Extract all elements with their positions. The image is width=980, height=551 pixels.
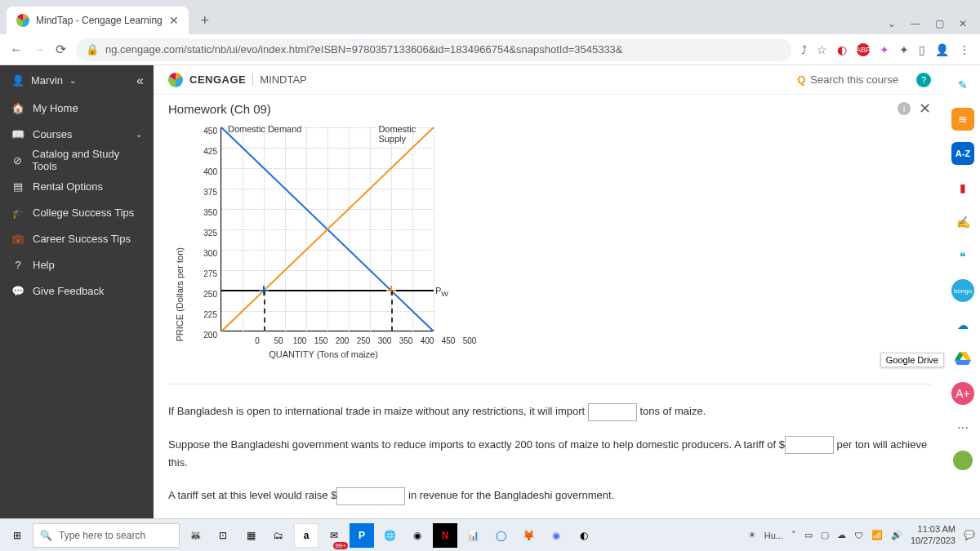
star-icon[interactable]: ☆ — [817, 43, 827, 56]
close-panel-icon[interactable]: ✕ — [919, 100, 931, 118]
task-view-icon[interactable]: ⊡ — [211, 523, 235, 548]
q3-input[interactable] — [336, 487, 405, 505]
home-icon: 🏠 — [11, 102, 24, 114]
discord-icon[interactable]: ◉ — [544, 523, 568, 548]
user-icon: 👤 — [11, 74, 24, 87]
favicon-icon — [16, 14, 29, 27]
browser-tab[interactable]: MindTap - Cengage Learning ✕ — [7, 7, 189, 34]
google-drive-icon[interactable] — [951, 348, 974, 371]
user-name: Marvin — [31, 74, 63, 87]
sidebar-item-career[interactable]: 💼Career Success Tips — [0, 225, 154, 251]
product-name: MINDTAP — [252, 73, 307, 86]
weather-icon[interactable]: ☀ — [748, 530, 756, 540]
collapse-sidebar-icon[interactable]: « — [136, 73, 144, 88]
ext1-icon[interactable]: ✦ — [880, 43, 889, 56]
q2-input[interactable] — [785, 436, 834, 454]
sidebar-item-rental[interactable]: ▤Rental Options — [0, 173, 154, 199]
mail-icon[interactable]: ✉99+ — [322, 523, 346, 548]
explorer-icon[interactable]: 🗂 — [266, 523, 291, 548]
search-course[interactable]: Q Search this course — [797, 73, 898, 86]
security-icon[interactable]: 🛡 — [854, 531, 863, 540]
taskbar-search[interactable]: 🔍 Type here to search — [33, 523, 180, 548]
grad-cap-icon: 🎓 — [11, 207, 24, 219]
ebook-icon[interactable]: ▮ — [951, 176, 974, 199]
close-window-icon[interactable]: ✕ — [959, 18, 967, 29]
q2-text: Suppose the Bangladeshi government wants… — [168, 438, 776, 451]
tray-chevron-icon[interactable]: ˄ — [791, 530, 796, 540]
volume-icon[interactable]: 🔊 — [891, 530, 902, 540]
amazon-icon[interactable]: a — [294, 523, 318, 548]
help-circle-icon[interactable]: ? — [916, 73, 931, 87]
x-axis-label: QUANTITY (Tons of maize) — [217, 349, 430, 359]
catalog-icon: ⊘ — [11, 154, 24, 167]
accessibility-icon[interactable] — [953, 451, 973, 470]
y-axis-label: PRICE (Dollars per ton) — [175, 247, 185, 342]
reload-icon[interactable]: ⟳ — [56, 42, 66, 57]
cite-icon[interactable]: ❝ — [951, 245, 974, 268]
rss-icon[interactable]: ≋ — [951, 108, 974, 131]
notifications-icon[interactable]: 💬 — [964, 530, 975, 540]
more-icon[interactable]: ⋯ — [951, 416, 974, 439]
chevron-down-icon[interactable]: ⌄ — [888, 18, 896, 29]
tab-title: MindTap - Cengage Learning — [36, 15, 163, 26]
edge-icon[interactable]: 🌐 — [377, 523, 402, 548]
highlight-icon[interactable]: ✍ — [951, 211, 974, 233]
battery-icon[interactable]: ▭ — [804, 530, 813, 540]
app2-icon[interactable]: 📊 — [461, 523, 485, 548]
clock[interactable]: 11:03 AM 10/27/2023 — [911, 524, 956, 545]
adblock-icon[interactable]: ◐ — [837, 43, 847, 56]
pencil-icon[interactable]: ✎ — [951, 73, 974, 96]
chrome-icon[interactable]: ◉ — [405, 523, 430, 548]
cloud-icon[interactable]: ☁ — [837, 530, 846, 540]
chevron-down-icon: ⌄ — [136, 130, 142, 139]
chevron-down-icon: ⌄ — [69, 76, 76, 85]
sidebar-item-courses[interactable]: 📖Courses⌄ — [0, 121, 154, 147]
info-icon[interactable]: i — [898, 102, 911, 115]
puzzle-icon[interactable]: ✦ — [899, 43, 909, 56]
bongo-icon[interactable]: bongo — [951, 279, 974, 302]
new-tab-button[interactable]: + — [194, 9, 216, 32]
help-icon: ? — [11, 259, 24, 271]
grade-icon[interactable]: A+ — [951, 382, 974, 405]
rental-icon: ▤ — [11, 180, 24, 193]
share-icon[interactable]: ⤴ — [801, 43, 807, 56]
sidebar-item-home[interactable]: 🏠My Home — [0, 95, 154, 121]
feedback-icon: 💬 — [11, 285, 24, 297]
glossary-icon[interactable]: A-Z — [951, 142, 974, 165]
user-menu[interactable]: 👤 Marvin ⌄ — [0, 65, 136, 95]
q1-text: If Bangladesh is open to international t… — [168, 405, 585, 417]
q3-text: A tariff set at this level would raise — [168, 489, 328, 501]
netflix-icon[interactable]: N — [433, 523, 457, 548]
profile-icon[interactable]: 👤 — [935, 43, 949, 56]
tab-close-icon[interactable]: ✕ — [169, 14, 179, 27]
menu-icon[interactable]: ⋮ — [959, 43, 970, 56]
forward-icon[interactable]: → — [33, 42, 46, 57]
search-icon: 🔍 — [40, 530, 52, 541]
abp-icon[interactable]: ABP — [857, 43, 870, 56]
onedrive-icon[interactable]: ☁ — [951, 313, 974, 336]
maximize-icon[interactable]: ▢ — [935, 18, 944, 29]
sidebar-item-college[interactable]: 🎓College Success Tips — [0, 199, 154, 225]
cortana-icon[interactable]: 🦝 — [183, 523, 207, 548]
minimize-icon[interactable]: — — [911, 18, 920, 29]
wifi-icon[interactable]: 📶 — [871, 530, 883, 540]
reader-icon[interactable]: ▯ — [919, 43, 925, 56]
briefcase-icon: 💼 — [11, 233, 24, 245]
circle-icon[interactable]: ◯ — [488, 523, 513, 548]
app3-icon[interactable]: ◐ — [572, 523, 596, 548]
start-icon[interactable]: ⊞ — [5, 523, 29, 548]
sidebar-item-feedback[interactable]: 💬Give Feedback — [0, 278, 154, 304]
camera-icon[interactable]: ▢ — [821, 530, 829, 540]
firefox-icon[interactable]: 🦊 — [516, 523, 541, 548]
back-icon[interactable]: ← — [10, 42, 23, 57]
address-bar[interactable]: 🔒 ng.cengage.com/static/nb/ui/evo/index.… — [76, 38, 791, 61]
sidebar-item-help[interactable]: ?Help — [0, 251, 154, 278]
app1-icon[interactable]: ▦ — [238, 523, 263, 548]
url-text: ng.cengage.com/static/nb/ui/evo/index.ht… — [105, 43, 623, 56]
lock-icon: 🔒 — [86, 43, 99, 56]
book-icon: 📖 — [11, 128, 24, 140]
sidebar-item-catalog[interactable]: ⊘Catalog and Study Tools — [0, 147, 154, 173]
gd-tooltip: Google Drive — [880, 353, 944, 367]
pandora-icon[interactable]: P — [350, 523, 374, 548]
q1-input[interactable] — [588, 403, 637, 421]
